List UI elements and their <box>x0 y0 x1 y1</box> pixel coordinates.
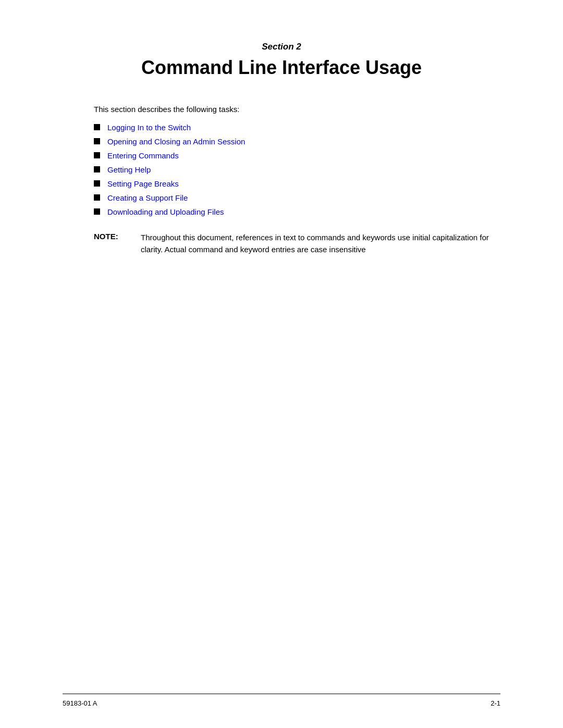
getting-help-link[interactable]: Getting Help <box>107 165 151 174</box>
list-item: Entering Commands <box>94 151 500 160</box>
note-label: NOTE: <box>94 232 130 241</box>
intro-text: This section describes the following tas… <box>94 105 500 114</box>
bullet-icon <box>94 180 100 187</box>
list-item: Setting Page Breaks <box>94 179 500 188</box>
bullet-icon <box>94 208 100 215</box>
entering-commands-link[interactable]: Entering Commands <box>107 151 179 160</box>
logging-in-link[interactable]: Logging In to the Switch <box>107 123 191 132</box>
footer: 59183-01 A 2-1 <box>63 694 500 707</box>
bullet-icon <box>94 194 100 201</box>
list-item: Logging In to the Switch <box>94 123 500 132</box>
opening-closing-link[interactable]: Opening and Closing an Admin Session <box>107 137 245 146</box>
page: Section 2 Command Line Interface Usage T… <box>0 0 563 728</box>
note-block: NOTE: Throughout this document, referenc… <box>94 232 500 255</box>
bullet-icon <box>94 124 100 130</box>
list-item: Opening and Closing an Admin Session <box>94 137 500 146</box>
downloading-uploading-link[interactable]: Downloading and Uploading Files <box>107 207 224 216</box>
section-label: Section 2 <box>63 42 500 52</box>
bullet-icon <box>94 166 100 172</box>
footer-right-text: 2-1 <box>491 699 500 707</box>
creating-support-file-link[interactable]: Creating a Support File <box>107 193 188 202</box>
setting-page-breaks-link[interactable]: Setting Page Breaks <box>107 179 179 188</box>
bullet-icon <box>94 152 100 158</box>
content-area: This section describes the following tas… <box>94 105 500 255</box>
bullet-list: Logging In to the Switch Opening and Clo… <box>94 123 500 216</box>
header-section: Section 2 Command Line Interface Usage <box>63 42 500 79</box>
list-item: Downloading and Uploading Files <box>94 207 500 216</box>
footer-left-text: 59183-01 A <box>63 699 97 707</box>
list-item: Creating a Support File <box>94 193 500 202</box>
list-item: Getting Help <box>94 165 500 174</box>
note-content: Throughout this document, references in … <box>141 232 500 255</box>
bullet-icon <box>94 138 100 144</box>
page-title: Command Line Interface Usage <box>63 56 500 79</box>
